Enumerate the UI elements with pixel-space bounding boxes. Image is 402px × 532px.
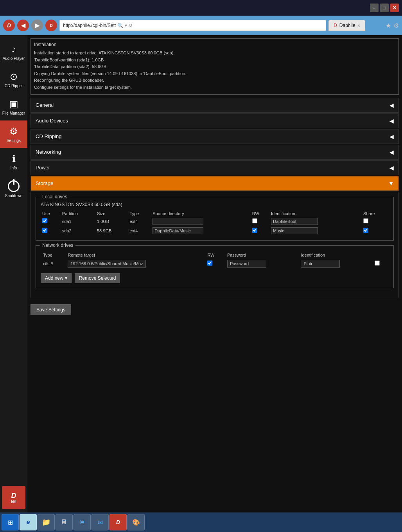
title-bar: – □ ✕ xyxy=(0,0,402,16)
col-type: Type xyxy=(128,210,151,217)
settings-gear-icon[interactable]: ⚙ xyxy=(393,22,399,29)
drive-use-0[interactable] xyxy=(41,217,61,226)
net-type-0: cifs:// xyxy=(41,258,65,269)
taskbar-daphile-button[interactable]: D xyxy=(109,514,127,530)
net-col-rw: RW xyxy=(205,252,225,258)
cd-ripper-icon: ⊙ xyxy=(10,71,18,82)
taskbar-migrate-button[interactable]: 🖥 xyxy=(74,514,91,530)
section-networking-arrow: ◀ xyxy=(389,149,394,155)
drive-source-input-0[interactable] xyxy=(153,218,203,225)
drive-id-input-0[interactable] xyxy=(271,218,318,225)
browser-tab[interactable]: D Daphile × xyxy=(328,20,365,31)
drive-source-0[interactable] xyxy=(151,217,250,226)
forward-button[interactable]: ▶ xyxy=(31,20,43,31)
section-power-label: Power xyxy=(36,165,50,171)
section-networking[interactable]: Networking ◀ xyxy=(31,145,399,160)
sidebar-item-file-manager[interactable]: ▣ File Manager xyxy=(0,93,27,120)
net-id-0[interactable] xyxy=(298,258,372,269)
col-identification: Identification xyxy=(269,210,362,217)
drive-use-checkbox-1[interactable] xyxy=(42,228,47,233)
drive-share-checkbox-0[interactable] xyxy=(363,218,368,223)
drive-identification-0[interactable] xyxy=(269,217,362,226)
net-password-0[interactable] xyxy=(225,258,298,269)
section-audio-devices-label: Audio Devices xyxy=(36,118,68,124)
daphile-logo-nav[interactable]: D xyxy=(3,20,15,31)
bookmark-star-icon[interactable]: ★ xyxy=(386,22,391,29)
save-settings-label: Save Settings xyxy=(36,307,65,313)
drive-rw-checkbox-1[interactable] xyxy=(252,228,257,233)
sidebar-item-info[interactable]: ℹ Info xyxy=(0,148,27,175)
taskbar-palette-button[interactable]: 🎨 xyxy=(127,514,145,530)
net-remote-input-0[interactable] xyxy=(68,260,146,268)
section-audio-devices[interactable]: Audio Devices ◀ xyxy=(31,113,399,128)
maximize-button[interactable]: □ xyxy=(380,4,389,12)
section-storage-arrow: ▼ xyxy=(388,180,394,187)
drive-rw-checkbox-0[interactable] xyxy=(252,218,257,223)
drive-type-0: ext4 xyxy=(128,217,151,226)
installation-text: Installation started to target drive: AT… xyxy=(34,50,395,91)
net-extra-checkbox-0[interactable] xyxy=(375,261,380,266)
drive-source-1[interactable] xyxy=(151,226,250,235)
url-bar[interactable]: http://daphile./cgi-bin/Sett 🔍 ▾ ↺ xyxy=(59,20,326,31)
drive-use-checkbox-0[interactable] xyxy=(42,218,47,223)
install-line-5: Configure settings for the installation … xyxy=(34,84,395,91)
net-remote-0[interactable] xyxy=(65,258,205,269)
network-drives-label: Network drives xyxy=(40,243,75,248)
section-power[interactable]: Power ◀ xyxy=(31,160,399,175)
close-window-button[interactable]: ✕ xyxy=(390,4,399,12)
local-drives-group: Local drives ATA KINGSTON SV30S3 60.0GB … xyxy=(36,197,394,241)
drive-share-1[interactable] xyxy=(362,226,389,235)
drive-source-input-1[interactable] xyxy=(153,227,203,234)
net-col-type: Type xyxy=(41,252,65,258)
daphile-nav-icon[interactable]: D xyxy=(45,20,57,31)
drive-share-0[interactable] xyxy=(362,217,389,226)
col-rw: RW xyxy=(251,210,269,217)
remove-selected-button[interactable]: Remove Selected xyxy=(75,273,120,283)
taskbar-folder-button[interactable]: 📁 xyxy=(38,514,55,530)
drive-rw-0[interactable] xyxy=(251,217,269,226)
section-storage[interactable]: Storage ▼ xyxy=(31,176,399,191)
sidebar-item-shutdown[interactable]: Shutdown xyxy=(0,175,27,203)
drive-id-input-1[interactable] xyxy=(271,227,318,234)
section-power-arrow: ◀ xyxy=(389,165,394,171)
daphile-hifi-logo[interactable]: D hifi xyxy=(2,486,25,509)
audio-player-icon: ♪ xyxy=(11,44,16,55)
sidebar-label-file-manager: File Manager xyxy=(2,111,25,115)
taskbar-calculator-button[interactable]: 🖩 xyxy=(56,514,73,530)
installation-title: Installation xyxy=(34,42,395,47)
tab-close-button[interactable]: × xyxy=(358,23,360,28)
back-button[interactable]: ◀ xyxy=(17,20,29,31)
settings-icon: ⚙ xyxy=(9,126,18,137)
url-text: http://daphile./cgi-bin/Sett xyxy=(63,23,116,28)
taskbar-mail-button[interactable]: ✉ xyxy=(92,514,109,530)
drive-row-1: sda2 58.9GB ext4 xyxy=(41,226,389,235)
sidebar-item-settings[interactable]: ⚙ Settings xyxy=(0,120,27,148)
sidebar-item-audio-player[interactable]: ♪ Audio Player xyxy=(0,38,27,66)
net-rw-checkbox-0[interactable] xyxy=(207,261,212,266)
save-settings-button[interactable]: Save Settings xyxy=(31,304,71,315)
section-general[interactable]: General ◀ xyxy=(31,98,399,113)
drive-share-checkbox-1[interactable] xyxy=(363,228,368,233)
network-actions: Add new ▾ Remove Selected xyxy=(41,273,389,283)
drive-size-0: 1.0GB xyxy=(95,217,128,226)
install-line-0: Installation started to target drive: AT… xyxy=(34,50,395,57)
section-cd-ripping[interactable]: CD Ripping ◀ xyxy=(31,129,399,144)
drive-rw-1[interactable] xyxy=(251,226,269,235)
installation-box: Installation Installation started to tar… xyxy=(31,38,399,95)
info-icon: ℹ xyxy=(12,153,16,164)
net-id-input-0[interactable] xyxy=(301,260,340,268)
sidebar-item-cd-ripper[interactable]: ⊙ CD Ripper xyxy=(0,66,27,93)
net-extra-0[interactable] xyxy=(372,258,389,269)
net-password-input-0[interactable] xyxy=(227,260,266,268)
minimize-button[interactable]: – xyxy=(370,4,379,12)
drive-use-1[interactable] xyxy=(41,226,61,235)
drive-identification-1[interactable] xyxy=(269,226,362,235)
col-source: Source directory xyxy=(151,210,250,217)
add-new-button[interactable]: Add new ▾ xyxy=(41,273,72,283)
net-rw-0[interactable] xyxy=(205,258,225,269)
taskbar-ie-button[interactable]: e xyxy=(20,514,37,530)
sidebar-label-shutdown: Shutdown xyxy=(5,194,22,198)
shutdown-icon xyxy=(8,180,20,192)
drive-size-1: 58.9GB xyxy=(95,226,128,235)
taskbar-start-button[interactable]: ⊞ xyxy=(2,514,19,530)
